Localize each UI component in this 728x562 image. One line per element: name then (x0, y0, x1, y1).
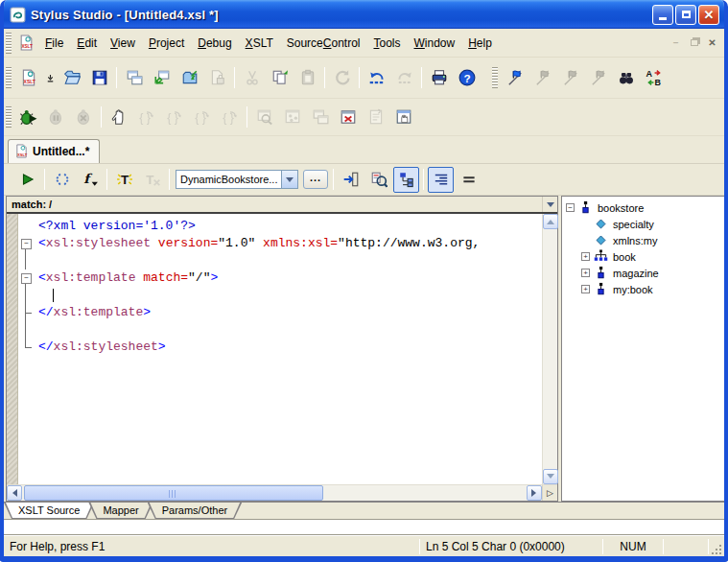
scenario-select[interactable]: DynamicBookstore... (176, 170, 298, 189)
svg-text:{ }: { } (195, 111, 206, 125)
code-area[interactable]: <?xml version='1.0'?><xsl:stylesheet ver… (18, 214, 542, 484)
tab-mapper[interactable]: Mapper (88, 503, 153, 519)
new-xslt-document-button[interactable]: XSLT (15, 65, 41, 91)
align-right-button[interactable] (428, 167, 454, 193)
scroll-down-button[interactable] (543, 469, 558, 484)
open-from-folder-button[interactable] (176, 65, 202, 91)
open-in-window-button[interactable] (149, 65, 175, 91)
mdi-close-button[interactable]: ✕ (704, 35, 720, 50)
mdi-minimize-button[interactable]: – (668, 35, 684, 50)
fold-toggle[interactable] (18, 269, 34, 287)
menu-view[interactable]: View (105, 34, 141, 53)
browse-scenarios-button[interactable]: ... (303, 170, 328, 189)
tree-item-my-book[interactable]: +my:book (566, 281, 724, 297)
match-dropdown-button[interactable] (542, 197, 557, 212)
toolbar-grip[interactable] (6, 106, 12, 128)
code-line[interactable]: <xsl:stylesheet version="1.0" xmlns:xsl=… (18, 235, 542, 252)
tree-item-magazine[interactable]: +magazine (566, 265, 724, 281)
tree-item-bookstore[interactable]: −bookstore (566, 199, 724, 216)
new-window-button[interactable] (121, 65, 147, 91)
pane-splitter-button[interactable]: ▷ (542, 485, 557, 501)
find-button[interactable] (613, 65, 639, 91)
code-line[interactable]: </xsl:stylesheet> (18, 339, 542, 356)
menu-sourcecontrol[interactable]: SourceControl (281, 34, 366, 53)
toolbar-separator (234, 67, 235, 88)
close-preview-button[interactable] (335, 105, 361, 130)
mdi-restore-button[interactable] (686, 35, 702, 50)
close-button[interactable]: ✕ (698, 5, 719, 25)
scrollbar-thumb[interactable] (24, 485, 323, 501)
code-editor[interactable]: <?xml version='1.0'?><xsl:stylesheet ver… (7, 214, 557, 484)
code-line[interactable] (18, 252, 542, 269)
tree-view-button[interactable] (393, 167, 419, 193)
scenario-properties-button[interactable] (49, 167, 75, 193)
copy-button[interactable] (267, 65, 293, 91)
tab-params-other[interactable]: Params/Other (148, 503, 242, 519)
print-button[interactable] (426, 65, 452, 91)
tree-expander[interactable]: + (581, 269, 590, 277)
menu-edit[interactable]: Edit (71, 34, 103, 53)
save-button[interactable] (86, 65, 112, 91)
undo-button[interactable] (364, 65, 389, 91)
help-button[interactable]: ? (454, 65, 480, 91)
open-button[interactable] (59, 65, 84, 91)
vertical-scrollbar[interactable] (542, 214, 557, 484)
resize-grip[interactable] (709, 542, 722, 555)
menu-debug[interactable]: Debug (192, 34, 237, 53)
refresh-button (329, 65, 355, 91)
window-hand-button[interactable] (390, 105, 416, 130)
menu-file[interactable]: File (39, 34, 69, 53)
menu-xslt[interactable]: XSLT (240, 34, 279, 53)
new-document-dropdown[interactable] (43, 65, 57, 91)
goto-definition-button[interactable] (338, 167, 364, 193)
breakpoint-gutter[interactable] (7, 214, 18, 484)
scenario-select-dropdown-button[interactable] (281, 171, 297, 188)
tree-item-book[interactable]: +book (566, 248, 724, 265)
tree-item-xmlns-my[interactable]: xmlns:my (566, 232, 724, 248)
code-line[interactable]: <xsl:template match="/"> (18, 269, 542, 287)
menu-tools[interactable]: Tools (367, 34, 406, 53)
tree-item-specialty[interactable]: specialty (566, 216, 724, 232)
start-debugging-button[interactable] (15, 105, 41, 130)
preview-window-button[interactable] (365, 167, 391, 193)
menu-window[interactable]: Window (409, 34, 461, 53)
down-arrow-icon (45, 73, 56, 83)
whitespace-button[interactable] (456, 167, 481, 193)
toggle-bookmark-button[interactable] (502, 65, 528, 91)
code-text: <xsl:template match="/"> (34, 269, 218, 287)
document-tab-untitled4[interactable]: XSLT Untitled...* (8, 139, 100, 163)
preview-result-button[interactable] (14, 167, 40, 193)
toolbar-grip[interactable] (6, 67, 12, 88)
text-highlight-icon: T (116, 171, 133, 188)
chevron-down-icon (547, 202, 554, 211)
horizontal-scrollbar[interactable] (7, 485, 542, 501)
text-highlight-button[interactable]: T (111, 167, 137, 193)
tab-xslt-source[interactable]: XSLT Source (4, 503, 94, 519)
scroll-left-button[interactable] (7, 485, 22, 501)
toolbar-separator (44, 169, 45, 190)
tree-expander[interactable]: + (581, 252, 590, 261)
scroll-right-button[interactable] (527, 485, 542, 501)
tree-expander[interactable]: − (566, 203, 575, 212)
minimize-button[interactable] (652, 5, 673, 25)
tree-expander[interactable]: + (581, 285, 590, 293)
maximize-button[interactable] (675, 5, 696, 25)
function-list-button[interactable]: f (77, 167, 103, 193)
menu-help[interactable]: Help (462, 34, 498, 53)
toolbar-grip[interactable] (492, 67, 498, 88)
menu-project[interactable]: Project (143, 34, 190, 53)
svg-text:XSLT: XSLT (21, 44, 33, 49)
minimize-icon (659, 17, 667, 20)
break-button[interactable] (106, 105, 131, 130)
scroll-up-button[interactable] (543, 214, 558, 229)
menu-grip[interactable] (6, 33, 12, 54)
code-line[interactable]: </xsl:template> (18, 304, 542, 321)
compare-button[interactable]: AB (641, 65, 667, 91)
code-line[interactable] (18, 287, 542, 304)
code-line[interactable] (18, 321, 542, 339)
fold-toggle[interactable] (18, 235, 34, 252)
chevron-down-icon (286, 177, 294, 186)
menu-bar: XSLT FileEditViewProjectDebugXSLTSourceC… (4, 29, 724, 58)
binoculars-icon (618, 69, 635, 86)
code-line[interactable]: <?xml version='1.0'?> (18, 218, 542, 235)
